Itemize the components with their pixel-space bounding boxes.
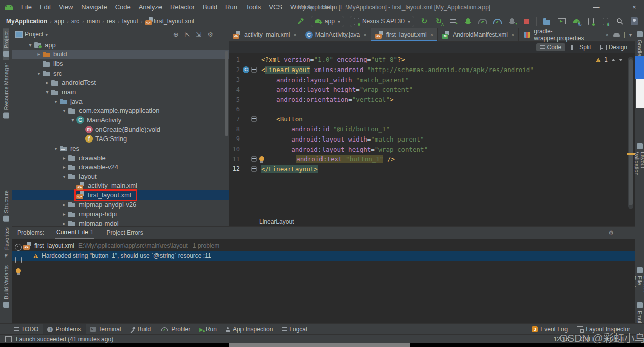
tab-first-layout-xml[interactable]: first_layout.xml× — [371, 28, 438, 41]
breadcrumb-item-first_layout.xml[interactable]: first_layout.xml — [154, 18, 194, 25]
tab-close-icon[interactable]: × — [363, 32, 366, 38]
gutter-class-icon[interactable]: C — [243, 66, 249, 73]
tab-gradle-wrapper-properties[interactable]: gradle-wrapper.properties× — [519, 28, 613, 41]
intention-bulb-icon[interactable] — [259, 156, 264, 161]
bottom-bar-todo[interactable]: TODO — [9, 324, 43, 335]
search-everywhere-icon[interactable] — [615, 17, 624, 26]
menu-vcs[interactable]: VCS — [265, 0, 286, 14]
tree-item-mainactivity[interactable]: ▾CMainActivity — [12, 115, 229, 125]
tree-item-app[interactable]: ▾app — [12, 40, 229, 50]
tab-close-icon[interactable]: × — [293, 32, 296, 38]
tool-window-button-favorites[interactable]: ★Favorites — [3, 224, 10, 262]
tab-mainactivity-java[interactable]: CMainActivity.java× — [301, 28, 371, 41]
tree-item-java[interactable]: ▾java — [12, 97, 229, 106]
tree-chevron-icon[interactable]: ▸ — [61, 202, 68, 207]
tab-current-file[interactable]: Current File1 — [55, 227, 94, 239]
profile-icon[interactable] — [493, 17, 502, 26]
tab-close-icon[interactable]: × — [605, 32, 608, 38]
tree-chevron-icon[interactable]: ▸ — [44, 80, 51, 85]
tab-androidmanifest-xml[interactable]: AndroidManifest.xml× — [438, 28, 519, 41]
tree-item-androidtest[interactable]: ▸androidTest — [12, 78, 229, 88]
stop-icon[interactable] — [522, 17, 531, 26]
sync-project-gradle-icon[interactable]: ↻ — [572, 17, 581, 26]
menu-view[interactable]: View — [55, 0, 77, 14]
project-view-selector[interactable]: Project — [25, 31, 43, 38]
expand-all-icon[interactable]: ⇱ — [185, 31, 190, 38]
inspections-widget[interactable]: 1 — [596, 56, 623, 63]
chevron-down-icon[interactable]: ▾ — [45, 32, 48, 37]
breadcrumb-item-layout[interactable]: layout — [122, 18, 138, 25]
problems-settings-gear-icon[interactable]: ⚙ — [608, 229, 614, 236]
status-window-icon[interactable] — [5, 336, 12, 342]
next-problem-icon[interactable] — [619, 59, 623, 61]
quick-fix-bulb-icon[interactable] — [16, 268, 21, 273]
menu-code[interactable]: Code — [111, 0, 135, 14]
tree-item-com-example-myapplication[interactable]: ▾com.example.myapplication — [12, 106, 229, 115]
tree-item-drawable-v24[interactable]: ▸drawable-v24 — [12, 162, 229, 172]
apply-changes-icon[interactable]: ↻A — [434, 17, 443, 26]
tree-item-drawable[interactable]: ▸drawable — [12, 153, 229, 163]
android-preview-icon[interactable] — [613, 33, 620, 37]
layout-inspector-toolbar-icon[interactable] — [586, 17, 595, 26]
apply-code-changes-icon[interactable]: ▸ — [449, 17, 458, 26]
tree-item-first-layout-xml[interactable]: first_layout.xml — [12, 190, 229, 200]
tab-close-icon[interactable]: × — [430, 32, 433, 38]
project-settings-gear-icon[interactable]: ⚙ — [207, 31, 213, 38]
profiler-low-overhead-icon[interactable] — [478, 17, 487, 26]
tab-project-errors[interactable]: Project Errors — [105, 227, 144, 238]
menu-navigate[interactable]: Navigate — [77, 0, 111, 14]
tool-window-button-resource-manager[interactable]: Resource Manager — [3, 60, 9, 122]
tool-window-button-structure[interactable]: Structure — [3, 187, 9, 225]
tree-item-oncreate-bundle-void[interactable]: monCreate(Bundle):void — [12, 125, 229, 134]
tree-chevron-icon[interactable]: ▾ — [27, 42, 34, 48]
tree-chevron-icon[interactable]: ▾ — [61, 174, 68, 179]
minimize-button[interactable]: — — [587, 0, 606, 14]
tool-window-button-gradle[interactable]: Gradle — [637, 28, 643, 59]
menu-build[interactable]: Build — [199, 0, 221, 14]
breadcrumb-item-main[interactable]: main — [87, 18, 100, 25]
tree-item-res[interactable]: ▾res — [12, 144, 229, 153]
device-file-explorer-toolbar-icon[interactable]: ↓ — [601, 17, 610, 26]
fold-marker-icon[interactable] — [251, 156, 257, 162]
menu-edit[interactable]: Edit — [36, 0, 55, 14]
fold-marker-icon[interactable] — [251, 116, 257, 122]
run-configuration-dropdown[interactable]: app ▾ — [311, 16, 344, 27]
tree-chevron-icon[interactable]: ▾ — [61, 108, 68, 113]
menu-run[interactable]: Run — [221, 0, 242, 14]
make-project-hammer-icon[interactable] — [296, 17, 305, 26]
tree-chevron-icon[interactable]: ▾ — [52, 146, 59, 151]
device-manager-icon[interactable] — [542, 17, 551, 26]
attach-debugger-icon[interactable]: ▾ — [507, 17, 516, 26]
tree-chevron-icon[interactable]: ▾ — [35, 71, 42, 76]
tree-chevron-icon[interactable]: ▸ — [61, 211, 68, 217]
bottom-bar-profiler[interactable]: Profiler — [155, 324, 195, 335]
bottom-bar-terminal[interactable]: >_Terminal — [86, 324, 125, 335]
breadcrumb-item-res[interactable]: res — [107, 18, 115, 25]
tree-item-src[interactable]: ▾src — [12, 68, 229, 78]
breadcrumb-item-MyApplication[interactable]: MyApplication — [6, 18, 47, 25]
problems-file-row[interactable]: first_layout.xml E:\MyApplication\app\sr… — [12, 241, 635, 251]
tab-activity-main-xml[interactable]: activity_main.xml× — [229, 28, 301, 41]
running-devices-icon[interactable]: ▶ — [557, 17, 566, 26]
editor-breadcrumb[interactable]: LinearLayout — [229, 216, 635, 227]
tree-chevron-icon[interactable]: ▸ — [61, 221, 68, 226]
fold-marker-icon[interactable] — [251, 166, 257, 172]
view-mode-code-button[interactable]: Code — [536, 43, 566, 51]
tree-chevron-icon[interactable]: ▸ — [61, 164, 68, 170]
close-button[interactable]: × — [625, 0, 644, 14]
tabs-dropdown-chevron-icon[interactable]: ▾ — [629, 32, 632, 38]
breadcrumb-item-app[interactable]: app — [54, 18, 64, 25]
problems-preview-icon[interactable] — [15, 257, 22, 263]
prev-problem-icon[interactable] — [611, 59, 615, 61]
menu-analyze[interactable]: Analyze — [135, 0, 166, 14]
tree-item-layout[interactable]: ▾layout — [12, 172, 229, 181]
view-mode-design-button[interactable]: Design — [597, 43, 631, 51]
tool-window-button-build-variants[interactable]: Build Variants — [3, 262, 9, 311]
run-icon[interactable]: ↻ — [420, 17, 429, 26]
bottom-bar-logcat[interactable]: Logcat — [277, 324, 312, 335]
tree-item-tag-string[interactable]: fTAG:String — [12, 134, 229, 144]
profile-avatar-icon[interactable] — [630, 17, 639, 26]
menu-refactor[interactable]: Refactor — [166, 0, 199, 14]
tree-item-build[interactable]: ▸build — [12, 50, 229, 59]
collapse-all-icon[interactable]: ⇲ — [196, 31, 201, 38]
